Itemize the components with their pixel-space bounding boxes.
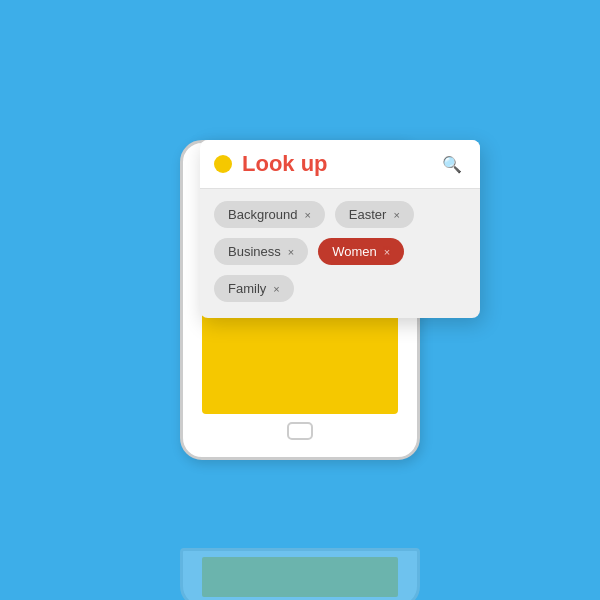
- tags-area: Background × Easter × Business × Women ×…: [200, 189, 480, 318]
- tag-women-label: Women: [332, 244, 377, 259]
- tag-background-label: Background: [228, 207, 297, 222]
- scene: Look up 🔍 Background × Easter × Business…: [60, 40, 540, 560]
- tag-women-close[interactable]: ×: [384, 246, 390, 258]
- tag-business[interactable]: Business ×: [214, 238, 308, 265]
- tag-family-label: Family: [228, 281, 266, 296]
- tag-background[interactable]: Background ×: [214, 201, 325, 228]
- tag-easter-label: Easter: [349, 207, 387, 222]
- tag-business-close[interactable]: ×: [288, 246, 294, 258]
- search-bar: Look up 🔍: [200, 140, 480, 189]
- tag-background-close[interactable]: ×: [304, 209, 310, 221]
- tablet-reflection: [180, 548, 420, 600]
- tag-business-label: Business: [228, 244, 281, 259]
- tag-family[interactable]: Family ×: [214, 275, 294, 302]
- tag-easter[interactable]: Easter ×: [335, 201, 414, 228]
- search-icon[interactable]: 🔍: [438, 150, 466, 178]
- tablet-home-button: [287, 422, 313, 440]
- tag-easter-close[interactable]: ×: [393, 209, 399, 221]
- tag-women[interactable]: Women ×: [318, 238, 404, 265]
- tag-family-close[interactable]: ×: [273, 283, 279, 295]
- search-card: Look up 🔍 Background × Easter × Business…: [200, 140, 480, 318]
- search-title: Look up: [242, 151, 438, 177]
- search-circle-icon: [214, 155, 232, 173]
- tablet-reflection-screen: [202, 557, 398, 597]
